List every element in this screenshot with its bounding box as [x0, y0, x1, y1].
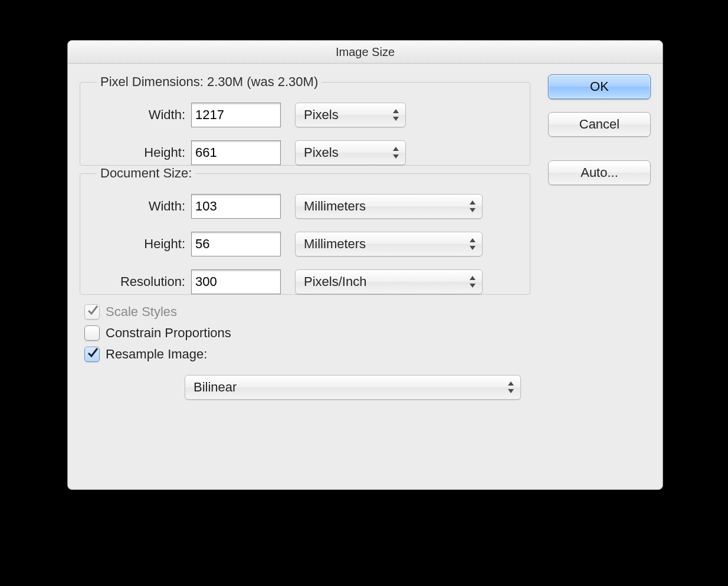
svg-marker-1 [393, 117, 399, 121]
svg-marker-11 [508, 389, 514, 393]
pixel-dimensions-legend: Pixel Dimensions: 2.30M (was 2.30M) [97, 74, 322, 90]
image-size-dialog: Image Size Pixel Dimensions: 2.30M (was … [67, 40, 663, 490]
dialog-title: Image Size [336, 45, 395, 59]
pixel-height-input[interactable] [191, 140, 281, 165]
dropdown-stepper-icon [468, 238, 477, 251]
pixel-dimensions-group: Pixel Dimensions: 2.30M (was 2.30M) Widt… [80, 74, 530, 166]
document-size-group: Document Size: Width: Millimeters Height… [80, 166, 530, 295]
constrain-proportions-label: Constrain Proportions [106, 325, 231, 341]
auto-button-label: Auto... [581, 165, 618, 180]
resample-image-label: Resample Image: [106, 347, 207, 362]
doc-resolution-input[interactable] [191, 269, 281, 294]
dropdown-stepper-icon [392, 146, 400, 159]
doc-height-input[interactable] [191, 232, 281, 256]
svg-marker-10 [508, 381, 514, 386]
svg-marker-4 [470, 200, 476, 205]
pixel-width-input[interactable] [191, 103, 281, 127]
pixel-height-label: Height: [80, 145, 191, 160]
constrain-proportions-checkbox[interactable] [84, 325, 100, 341]
resample-method-select[interactable]: Bilinear [185, 375, 521, 400]
cancel-button[interactable]: Cancel [548, 112, 651, 137]
dialog-titlebar: Image Size [68, 41, 663, 64]
svg-marker-3 [393, 154, 399, 159]
cancel-button-label: Cancel [579, 117, 619, 132]
doc-width-unit-select[interactable]: Millimeters [295, 194, 483, 219]
auto-button[interactable]: Auto... [548, 160, 651, 185]
pixel-width-unit-select[interactable]: Pixels [295, 103, 406, 127]
ok-button[interactable]: OK [548, 74, 651, 99]
doc-width-input[interactable] [191, 194, 281, 219]
svg-marker-7 [470, 246, 476, 250]
doc-height-unit-value: Millimeters [304, 236, 366, 252]
pixel-height-unit-value: Pixels [304, 145, 339, 160]
pixel-width-unit-value: Pixels [304, 107, 339, 123]
svg-marker-2 [393, 147, 399, 151]
doc-height-unit-select[interactable]: Millimeters [295, 232, 483, 256]
pixel-width-label: Width: [80, 107, 191, 123]
doc-resolution-label: Resolution: [80, 274, 191, 289]
svg-marker-0 [393, 109, 399, 113]
doc-resolution-unit-select[interactable]: Pixels/Inch [295, 269, 483, 294]
pixel-height-unit-select[interactable]: Pixels [295, 140, 406, 165]
dropdown-stepper-icon [392, 108, 400, 121]
doc-height-label: Height: [80, 236, 191, 252]
doc-resolution-unit-value: Pixels/Inch [304, 274, 366, 289]
document-size-legend: Document Size: [97, 166, 195, 181]
ok-button-label: OK [590, 79, 609, 94]
resample-method-value: Bilinear [194, 380, 237, 395]
dropdown-stepper-icon [468, 200, 477, 213]
resample-image-checkbox[interactable] [84, 347, 100, 362]
scale-styles-checkbox [84, 304, 100, 320]
doc-width-label: Width: [80, 199, 191, 214]
dropdown-stepper-icon [468, 275, 477, 288]
svg-marker-6 [470, 238, 476, 242]
scale-styles-label: Scale Styles [106, 304, 177, 320]
svg-marker-8 [470, 276, 476, 280]
svg-marker-5 [470, 208, 476, 212]
svg-marker-9 [470, 284, 476, 288]
dropdown-stepper-icon [507, 381, 515, 394]
doc-width-unit-value: Millimeters [304, 199, 366, 214]
